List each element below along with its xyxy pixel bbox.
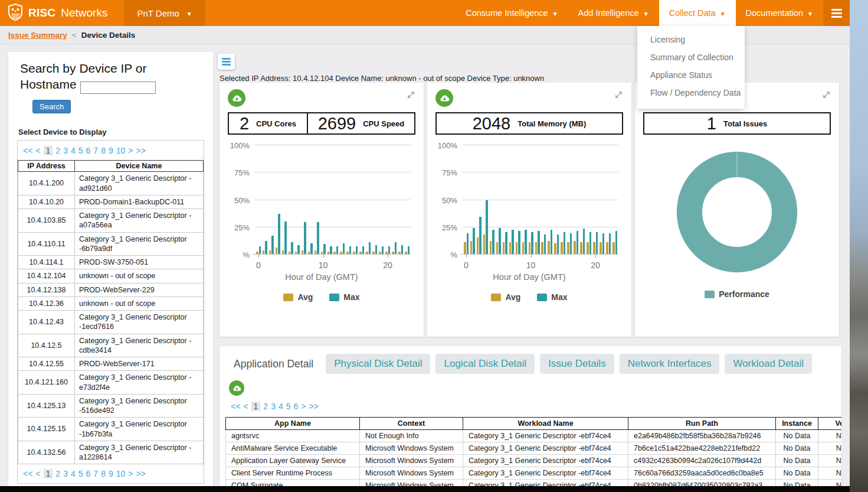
pager-page-6[interactable]: 6	[294, 402, 299, 411]
pager-next[interactable]: >	[128, 146, 133, 155]
device-table-row[interactable]: 10.4.114.1PROD-SW-3750-051	[18, 256, 204, 269]
app-table-header-context[interactable]: Context	[360, 418, 463, 430]
device-name-cell: PROD-WebServer-229	[75, 283, 204, 296]
tab-issue-details[interactable]: Issue Details	[540, 354, 614, 374]
pager-page-7[interactable]: 7	[93, 146, 98, 155]
pager-page-5[interactable]: 5	[78, 146, 83, 155]
app-table-header-version[interactable]: Version	[818, 418, 842, 430]
device-table-row[interactable]: 10.4.12.5Category 3_1 Generic Descriptor…	[18, 334, 204, 357]
pager-page-4[interactable]: 4	[279, 402, 283, 411]
pager-page-8[interactable]: 8	[101, 146, 106, 155]
pager-page-1[interactable]: 1	[251, 402, 261, 411]
tab-application-detail[interactable]: Application Detail	[234, 358, 313, 370]
pager-page-8[interactable]: 8	[101, 469, 106, 478]
device-table-row[interactable]: 10.4.12.104unknown - out of scope	[18, 269, 204, 283]
pager-page-5[interactable]: 5	[78, 469, 83, 478]
app-table-header-workload-name[interactable]: Workload Name	[463, 418, 628, 430]
pager-page-3[interactable]: 3	[63, 146, 68, 155]
device-table-row[interactable]: 10.4.12.43Category 3_1 Generic Descripto…	[18, 311, 204, 334]
pager-page-6[interactable]: 6	[86, 146, 91, 155]
device-table-header-name[interactable]: Device Name	[75, 161, 204, 172]
pager-last[interactable]: >>	[136, 469, 145, 478]
pager-page-4[interactable]: 4	[71, 146, 76, 155]
device-table-row[interactable]: 10.4.12.36unknown - out of scope	[18, 296, 204, 310]
nav-menu-add-intelligence[interactable]: Add Intelligence▼	[568, 0, 659, 26]
nav-menu-documentation[interactable]: Documentation▼	[736, 0, 823, 26]
dropdown-item-summary-of-collection[interactable]: Summary of Collection	[637, 48, 745, 66]
device-table-header-ip[interactable]: IP Address	[18, 161, 75, 172]
pager-page-10[interactable]: 10	[116, 469, 126, 478]
pager-last[interactable]: >>	[309, 402, 319, 411]
device-table-row[interactable]: 10.4.10.20PROD-Domain1-BackupDC-011	[18, 195, 204, 208]
pager-page-2[interactable]: 2	[55, 146, 60, 155]
download-chart-button[interactable]	[228, 89, 245, 107]
max-bar	[310, 243, 313, 255]
dropdown-item-appliance-status[interactable]: Appliance Status	[637, 66, 745, 84]
application-table-row[interactable]: COM SurrogateMicrosoft Windows SystemCat…	[226, 480, 842, 487]
pager-page-3[interactable]: 3	[271, 402, 276, 411]
brand-logo[interactable]: RISC Networks	[0, 0, 117, 26]
application-table-row[interactable]: Client Server Runtime ProcessMicrosoft W…	[226, 467, 842, 480]
max-bar	[330, 246, 332, 254]
pager-first[interactable]: <<	[23, 469, 32, 478]
pager-last[interactable]: >>	[136, 146, 145, 155]
pager-next[interactable]: >	[301, 402, 306, 411]
download-table-button[interactable]	[229, 380, 244, 396]
pager-prev[interactable]: <	[243, 402, 248, 411]
tab-physical-disk-detail[interactable]: Physical Disk Detail	[326, 354, 430, 374]
tab-logical-disk-detail[interactable]: Logical Disk Detail	[435, 354, 535, 374]
pager-page-2[interactable]: 2	[55, 469, 60, 478]
nav-menu-consume-intelligence[interactable]: Consume Intelligence▼	[456, 0, 568, 26]
expand-chart-icon[interactable]	[407, 90, 415, 102]
expand-chart-icon[interactable]	[614, 90, 623, 102]
pager-page-2[interactable]: 2	[263, 402, 268, 411]
bar-group-hour-0	[256, 246, 261, 254]
pager-page-1[interactable]: 1	[44, 469, 53, 478]
pager-prev[interactable]: <	[35, 146, 40, 155]
pager-prev[interactable]: <	[35, 469, 40, 478]
device-table-row[interactable]: 10.4.110.11Category 3_1 Generic Descript…	[18, 232, 204, 256]
pager-page-7[interactable]: 7	[93, 469, 98, 478]
breadcrumb-issue-summary-link[interactable]: Issue Summary	[8, 31, 67, 40]
dropdown-item-licensing[interactable]: Licensing	[637, 31, 745, 48]
device-table-row[interactable]: 10.4.125.13Category 3_1 Generic Descript…	[18, 394, 204, 418]
sidebar-toggle-button[interactable]	[218, 54, 235, 70]
device-table-row[interactable]: 10.4.103.85Category 3_1 Generic Descript…	[18, 209, 204, 233]
device-table-row[interactable]: 10.4.1.200Category 3_1 Generic Descripto…	[18, 172, 204, 196]
project-menu[interactable]: PnT Demo ▼	[124, 0, 205, 26]
pager-page-4[interactable]: 4	[71, 469, 76, 478]
hamburger-menu-button[interactable]	[823, 0, 850, 26]
pager-page-3[interactable]: 3	[63, 469, 68, 478]
dropdown-item-flow-dependency-data[interactable]: Flow / Dependency Data	[637, 84, 745, 102]
pager-first[interactable]: <<	[231, 402, 240, 411]
device-table-row[interactable]: 10.4.12.55PROD-WebServer-171	[18, 357, 204, 371]
device-table-body: 10.4.1.200Category 3_1 Generic Descripto…	[18, 172, 204, 464]
tab-workload-detail[interactable]: Workload Detail	[725, 354, 812, 374]
pager-page-5[interactable]: 5	[286, 402, 291, 411]
expand-chart-icon[interactable]	[822, 90, 831, 102]
device-table-row[interactable]: 10.4.125.15Category 3_1 Generic Descript…	[18, 418, 204, 441]
project-menu-label: PnT Demo	[137, 8, 179, 18]
pager-page-6[interactable]: 6	[86, 469, 91, 478]
application-table-row[interactable]: AntiMalware Service ExecutableMicrosoft …	[226, 442, 842, 455]
download-chart-button[interactable]	[435, 89, 453, 107]
pager-page-9[interactable]: 9	[109, 146, 113, 155]
device-table-row[interactable]: 10.4.132.56Category 3_1 Generic Descript…	[18, 441, 204, 464]
pager-page-10[interactable]: 10	[116, 146, 126, 155]
pager-next[interactable]: >	[128, 469, 133, 478]
application-table-row[interactable]: Application Layer Gateway ServiceMicroso…	[226, 455, 842, 467]
pager-page-1[interactable]: 1	[44, 146, 53, 155]
device-table-row[interactable]: 10.4.121.160Category 3_1 Generic Descrip…	[18, 371, 204, 395]
search-button[interactable]: Search	[32, 100, 71, 113]
nav-menu-collect-data[interactable]: Collect Data▼	[659, 0, 736, 26]
app-table-header-app-name[interactable]: App Name	[226, 418, 360, 430]
app-table-header-run-path[interactable]: Run Path	[628, 418, 776, 430]
device-table-row[interactable]: 10.4.12.138PROD-WebServer-229	[18, 283, 204, 296]
avg-bar	[289, 252, 291, 254]
pager-page-9[interactable]: 9	[109, 469, 113, 478]
tab-network-interfaces[interactable]: Network Interfaces	[620, 354, 720, 374]
device-search-input[interactable]	[80, 82, 156, 94]
application-table-row[interactable]: agntsrvcNot Enough InfoCategory 3_1 Gene…	[226, 430, 842, 442]
app-table-header-instance[interactable]: Instance	[776, 418, 818, 430]
pager-first[interactable]: <<	[23, 146, 32, 155]
